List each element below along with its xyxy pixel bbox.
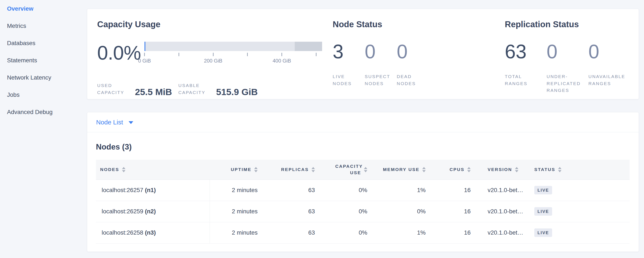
table-row-node-2[interactable]: localhost:26259 (n2) 2 minutes 63 0% 0% … — [96, 201, 630, 222]
capacity-usage-title: Capacity Usage — [97, 20, 333, 29]
capacity-gauge-row: 0.0% 0 GiB 200 GiB 400 GiB — [97, 42, 333, 71]
column-header-memory-use[interactable]: MEMORY USE — [367, 160, 426, 180]
status-badge: LIVE — [534, 186, 552, 194]
replication-status-stats: 63 TOTAL RANGES 0 UNDER-REPLICATED RANGE… — [505, 42, 630, 94]
table-row-node-1[interactable]: localhost:26257 (n1) 2 minutes 63 0% 1% … — [96, 180, 630, 201]
node-status-stats: 3 LIVE NODES 0 SUSPECT NODES 0 DEAD NODE… — [333, 42, 505, 87]
sort-icon[interactable] — [558, 167, 562, 172]
sidebar-item-databases[interactable]: Databases — [0, 35, 87, 52]
node-id: (n2) — [145, 208, 156, 215]
node-list-card: Node List Nodes (3) NODES UPTIME — [87, 112, 639, 252]
unavailable-ranges-stat: 0 UNAVAILABLE RANGES — [588, 42, 630, 94]
main-content: Capacity Usage 0.0% 0 GiB 200 GiB 400 Gi… — [87, 0, 639, 252]
under-replicated-ranges-stat: 0 UNDER-REPLICATED RANGES — [546, 42, 588, 94]
used-capacity-block: USED CAPACITY 25.5 MiB — [97, 82, 172, 96]
column-header-version[interactable]: VERSION — [471, 160, 534, 180]
sidebar-item-advanced-debug[interactable]: Advanced Debug — [0, 103, 87, 120]
axis-tick — [213, 53, 214, 56]
node-id: (n3) — [145, 229, 156, 236]
sort-icon[interactable] — [122, 167, 126, 172]
capacity-usage-section: Capacity Usage 0.0% 0 GiB 200 GiB 400 Gi… — [97, 20, 333, 99]
under-replicated-ranges-label: UNDER-REPLICATED RANGES — [546, 73, 582, 94]
sidebar-item-network-latency[interactable]: Network Latency — [0, 69, 87, 86]
table-header-row: NODES UPTIME REPLICAS CAPACITY USE MEMOR — [96, 160, 630, 180]
uptime-cell: 2 minutes — [210, 180, 258, 201]
nodes-table: NODES UPTIME REPLICAS CAPACITY USE MEMOR — [96, 160, 630, 243]
column-header-uptime[interactable]: UPTIME — [210, 160, 258, 180]
node-list-dropdown[interactable]: Node List — [96, 119, 123, 126]
node-address: localhost:26258 — [102, 229, 143, 236]
column-label: VERSION — [488, 167, 512, 172]
sort-icon[interactable] — [467, 167, 471, 172]
capacity-stats-row: USED CAPACITY 25.5 MiB USABLE CAPACITY 5… — [97, 82, 333, 96]
sidebar-item-metrics[interactable]: Metrics — [0, 17, 87, 35]
column-header-replicas[interactable]: REPLICAS — [258, 160, 315, 180]
usable-capacity-value: 515.9 GiB — [216, 87, 258, 97]
capacity-gauge-used-segment — [144, 42, 145, 51]
capacity-gauge: 0 GiB 200 GiB 400 GiB — [144, 42, 322, 71]
column-header-status[interactable]: STATUS — [534, 160, 630, 180]
replication-status-title: Replication Status — [505, 20, 630, 29]
axis-label-400: 400 GiB — [273, 58, 291, 64]
node-status-section: Node Status 3 LIVE NODES 0 SUSPECT NODES… — [333, 20, 505, 99]
usable-capacity-label: USABLE CAPACITY — [178, 82, 210, 96]
cluster-summary-card: Capacity Usage 0.0% 0 GiB 200 GiB 400 Gi… — [87, 9, 639, 99]
live-nodes-label: LIVE NODES — [333, 73, 358, 87]
sidebar-item-statements[interactable]: Statements — [0, 52, 87, 69]
sort-icon[interactable] — [312, 167, 315, 172]
unavailable-ranges-value: 0 — [588, 42, 630, 61]
node-address-cell[interactable]: localhost:26258 (n3) — [96, 222, 210, 243]
column-label: CPUS — [450, 167, 464, 172]
status-cell: LIVE — [534, 180, 630, 201]
axis-label-0: 0 GiB — [138, 58, 151, 64]
status-badge: LIVE — [534, 228, 552, 237]
column-header-nodes[interactable]: NODES — [96, 160, 210, 180]
axis-tick — [247, 53, 248, 56]
dead-nodes-stat: 0 DEAD NODES — [397, 42, 429, 87]
column-label: CAPACITY USE — [335, 163, 361, 176]
dead-nodes-label: DEAD NODES — [397, 73, 423, 87]
capacity-gauge-reserved-segment — [295, 42, 322, 51]
usable-capacity-block: USABLE CAPACITY 515.9 GiB — [178, 82, 258, 96]
node-address: localhost:26257 — [102, 187, 143, 193]
uptime-cell: 2 minutes — [210, 222, 258, 243]
used-capacity-label: USED CAPACITY — [97, 82, 130, 96]
column-label: MEMORY USE — [383, 167, 420, 172]
cpus-cell: 16 — [426, 180, 471, 201]
node-address: localhost:26259 — [102, 208, 143, 215]
version-cell: v20.1.0-bet… — [471, 201, 534, 222]
sort-icon[interactable] — [364, 167, 367, 172]
total-ranges-label: TOTAL RANGES — [505, 73, 540, 87]
column-label: STATUS — [534, 167, 555, 172]
status-badge: LIVE — [534, 207, 552, 216]
sort-icon[interactable] — [422, 167, 426, 172]
replication-status-section: Replication Status 63 TOTAL RANGES 0 UND… — [505, 20, 630, 99]
column-header-capacity-use[interactable]: CAPACITY USE — [315, 160, 367, 180]
node-status-title: Node Status — [333, 20, 505, 29]
live-nodes-stat: 3 LIVE NODES — [333, 42, 365, 87]
axis-tick — [144, 53, 145, 56]
replicas-cell: 63 — [258, 222, 315, 243]
cpus-cell: 16 — [426, 201, 471, 222]
replicas-cell: 63 — [258, 201, 315, 222]
column-header-cpus[interactable]: CPUS — [426, 160, 471, 180]
capacity-use-cell: 0% — [315, 180, 367, 201]
sidebar-item-overview[interactable]: Overview — [0, 0, 87, 17]
sort-icon[interactable] — [254, 167, 258, 172]
table-row-node-3[interactable]: localhost:26258 (n3) 2 minutes 63 0% 1% … — [96, 222, 630, 243]
unavailable-ranges-label: UNAVAILABLE RANGES — [588, 73, 624, 87]
node-id: (n1) — [145, 187, 156, 193]
total-ranges-stat: 63 TOTAL RANGES — [505, 42, 546, 94]
column-label: REPLICAS — [281, 167, 309, 172]
node-address-cell[interactable]: localhost:26259 (n2) — [96, 201, 210, 222]
suspect-nodes-value: 0 — [365, 42, 397, 61]
version-cell: v20.1.0-bet… — [471, 222, 534, 243]
sidebar-item-jobs[interactable]: Jobs — [0, 86, 87, 103]
sort-icon[interactable] — [515, 167, 518, 172]
node-address-cell[interactable]: localhost:26257 (n1) — [96, 180, 210, 201]
capacity-percent-value: 0.0% — [97, 43, 141, 63]
capacity-use-cell: 0% — [315, 222, 367, 243]
status-cell: LIVE — [534, 201, 630, 222]
column-label: NODES — [100, 167, 119, 172]
chevron-down-icon[interactable] — [128, 121, 133, 124]
